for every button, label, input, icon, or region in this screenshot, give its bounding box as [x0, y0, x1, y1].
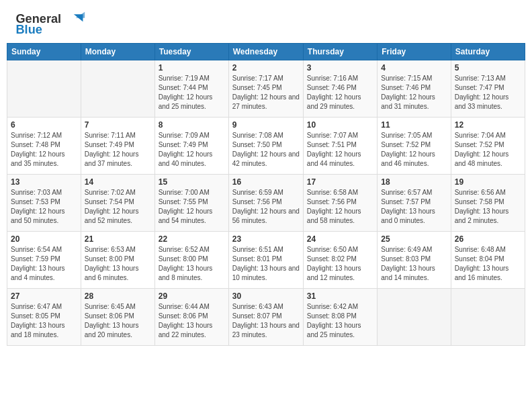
day-number: 17: [307, 177, 373, 187]
day-number: 27: [11, 291, 77, 301]
day-info: Sunrise: 6:43 AM Sunset: 8:07 PM Dayligh…: [232, 302, 300, 340]
weekday-header-sunday: Sunday: [7, 44, 81, 60]
day-cell: 2Sunrise: 7:17 AM Sunset: 7:45 PM Daylig…: [228, 60, 303, 118]
logo-svg: General Blue: [12, 9, 93, 36]
day-number: 15: [159, 177, 225, 187]
day-info: Sunrise: 6:42 AM Sunset: 8:08 PM Dayligh…: [307, 302, 373, 340]
day-number: 21: [85, 234, 151, 244]
day-cell: 6Sunrise: 7:12 AM Sunset: 7:48 PM Daylig…: [7, 118, 81, 175]
day-number: 12: [455, 120, 521, 130]
day-cell: 27Sunrise: 6:47 AM Sunset: 8:05 PM Dayli…: [7, 289, 81, 346]
day-info: Sunrise: 6:49 AM Sunset: 8:03 PM Dayligh…: [381, 245, 447, 283]
day-cell: 8Sunrise: 7:09 AM Sunset: 7:49 PM Daylig…: [154, 118, 228, 175]
day-info: Sunrise: 7:16 AM Sunset: 7:46 PM Dayligh…: [307, 74, 373, 111]
week-row-5: 27Sunrise: 6:47 AM Sunset: 8:05 PM Dayli…: [7, 289, 525, 346]
day-number: 7: [85, 120, 151, 130]
day-cell: 26Sunrise: 6:48 AM Sunset: 8:04 PM Dayli…: [451, 232, 525, 289]
day-number: 8: [159, 120, 225, 130]
day-number: 22: [159, 234, 225, 244]
week-row-1: 1Sunrise: 7:19 AM Sunset: 7:44 PM Daylig…: [7, 60, 525, 118]
day-info: Sunrise: 6:52 AM Sunset: 8:00 PM Dayligh…: [159, 245, 225, 283]
day-info: Sunrise: 6:53 AM Sunset: 8:00 PM Dayligh…: [85, 245, 151, 283]
day-cell: 10Sunrise: 7:07 AM Sunset: 7:51 PM Dayli…: [303, 118, 377, 175]
day-cell: 19Sunrise: 6:56 AM Sunset: 7:58 PM Dayli…: [451, 175, 525, 232]
day-number: 9: [232, 120, 300, 130]
day-info: Sunrise: 6:47 AM Sunset: 8:05 PM Dayligh…: [11, 302, 77, 340]
day-number: 19: [455, 177, 521, 187]
day-info: Sunrise: 6:51 AM Sunset: 8:01 PM Dayligh…: [232, 245, 300, 283]
day-cell: 11Sunrise: 7:05 AM Sunset: 7:52 PM Dayli…: [378, 118, 451, 175]
day-number: 20: [11, 234, 77, 244]
day-info: Sunrise: 7:00 AM Sunset: 7:55 PM Dayligh…: [159, 188, 225, 226]
day-number: 23: [232, 234, 300, 244]
day-cell: 7Sunrise: 7:11 AM Sunset: 7:49 PM Daylig…: [81, 118, 154, 175]
day-info: Sunrise: 6:57 AM Sunset: 7:57 PM Dayligh…: [381, 188, 447, 226]
day-number: 4: [381, 63, 447, 73]
day-cell: 1Sunrise: 7:19 AM Sunset: 7:44 PM Daylig…: [154, 60, 228, 118]
day-cell: 17Sunrise: 6:58 AM Sunset: 7:56 PM Dayli…: [303, 175, 377, 232]
day-info: Sunrise: 6:50 AM Sunset: 8:02 PM Dayligh…: [307, 245, 373, 283]
day-number: 24: [307, 234, 373, 244]
day-info: Sunrise: 6:44 AM Sunset: 8:06 PM Dayligh…: [159, 302, 225, 340]
day-info: Sunrise: 6:56 AM Sunset: 7:58 PM Dayligh…: [455, 188, 521, 226]
day-info: Sunrise: 7:12 AM Sunset: 7:48 PM Dayligh…: [11, 131, 77, 169]
day-cell: 25Sunrise: 6:49 AM Sunset: 8:03 PM Dayli…: [378, 232, 451, 289]
week-row-2: 6Sunrise: 7:12 AM Sunset: 7:48 PM Daylig…: [7, 118, 525, 175]
header: General Blue: [7, 7, 525, 39]
day-number: 14: [85, 177, 151, 187]
day-number: 26: [455, 234, 521, 244]
day-cell: 15Sunrise: 7:00 AM Sunset: 7:55 PM Dayli…: [154, 175, 228, 232]
day-number: 29: [159, 291, 225, 301]
day-number: 28: [85, 291, 151, 301]
day-cell: 3Sunrise: 7:16 AM Sunset: 7:46 PM Daylig…: [303, 60, 377, 118]
day-cell: 9Sunrise: 7:08 AM Sunset: 7:50 PM Daylig…: [228, 118, 303, 175]
day-cell: 16Sunrise: 6:59 AM Sunset: 7:56 PM Dayli…: [228, 175, 303, 232]
day-info: Sunrise: 7:07 AM Sunset: 7:51 PM Dayligh…: [307, 131, 373, 169]
day-info: Sunrise: 6:59 AM Sunset: 7:56 PM Dayligh…: [232, 188, 300, 226]
day-info: Sunrise: 7:11 AM Sunset: 7:49 PM Dayligh…: [85, 131, 151, 169]
day-number: 2: [232, 63, 300, 73]
day-info: Sunrise: 7:15 AM Sunset: 7:46 PM Dayligh…: [381, 74, 447, 111]
day-info: Sunrise: 7:09 AM Sunset: 7:49 PM Dayligh…: [159, 131, 225, 169]
day-info: Sunrise: 6:54 AM Sunset: 7:59 PM Dayligh…: [11, 245, 77, 283]
day-info: Sunrise: 7:05 AM Sunset: 7:52 PM Dayligh…: [381, 131, 447, 169]
weekday-header-friday: Friday: [378, 44, 451, 60]
day-cell: 29Sunrise: 6:44 AM Sunset: 8:06 PM Dayli…: [154, 289, 228, 346]
day-cell: 22Sunrise: 6:52 AM Sunset: 8:00 PM Dayli…: [154, 232, 228, 289]
day-number: 18: [381, 177, 447, 187]
day-cell: 28Sunrise: 6:45 AM Sunset: 8:06 PM Dayli…: [81, 289, 154, 346]
weekday-header-tuesday: Tuesday: [154, 44, 228, 60]
day-cell: 30Sunrise: 6:43 AM Sunset: 8:07 PM Dayli…: [228, 289, 303, 346]
weekday-header-row: SundayMondayTuesdayWednesdayThursdayFrid…: [7, 44, 525, 60]
day-cell: 5Sunrise: 7:13 AM Sunset: 7:47 PM Daylig…: [451, 60, 525, 118]
day-cell: [81, 60, 154, 118]
day-info: Sunrise: 7:13 AM Sunset: 7:47 PM Dayligh…: [455, 74, 521, 111]
day-cell: [451, 289, 525, 346]
day-cell: [378, 289, 451, 346]
day-cell: 21Sunrise: 6:53 AM Sunset: 8:00 PM Dayli…: [81, 232, 154, 289]
logo: General Blue: [12, 9, 93, 36]
day-cell: 23Sunrise: 6:51 AM Sunset: 8:01 PM Dayli…: [228, 232, 303, 289]
day-info: Sunrise: 7:03 AM Sunset: 7:53 PM Dayligh…: [11, 188, 77, 226]
day-info: Sunrise: 6:48 AM Sunset: 8:04 PM Dayligh…: [455, 245, 521, 283]
weekday-header-thursday: Thursday: [303, 44, 377, 60]
weekday-header-wednesday: Wednesday: [228, 44, 303, 60]
day-info: Sunrise: 6:58 AM Sunset: 7:56 PM Dayligh…: [307, 188, 373, 226]
day-number: 10: [307, 120, 373, 130]
day-cell: 4Sunrise: 7:15 AM Sunset: 7:46 PM Daylig…: [378, 60, 451, 118]
day-number: 13: [11, 177, 77, 187]
day-cell: 24Sunrise: 6:50 AM Sunset: 8:02 PM Dayli…: [303, 232, 377, 289]
day-info: Sunrise: 7:19 AM Sunset: 7:44 PM Dayligh…: [159, 74, 225, 111]
day-number: 1: [159, 63, 225, 73]
day-cell: 12Sunrise: 7:04 AM Sunset: 7:52 PM Dayli…: [451, 118, 525, 175]
week-row-4: 20Sunrise: 6:54 AM Sunset: 7:59 PM Dayli…: [7, 232, 525, 289]
day-number: 3: [307, 63, 373, 73]
day-cell: 20Sunrise: 6:54 AM Sunset: 7:59 PM Dayli…: [7, 232, 81, 289]
day-number: 30: [232, 291, 300, 301]
day-number: 25: [381, 234, 447, 244]
day-cell: 14Sunrise: 7:02 AM Sunset: 7:54 PM Dayli…: [81, 175, 154, 232]
day-info: Sunrise: 7:02 AM Sunset: 7:54 PM Dayligh…: [85, 188, 151, 226]
svg-text:Blue: Blue: [15, 23, 42, 36]
weekday-header-monday: Monday: [81, 44, 154, 60]
day-cell: 31Sunrise: 6:42 AM Sunset: 8:08 PM Dayli…: [303, 289, 377, 346]
